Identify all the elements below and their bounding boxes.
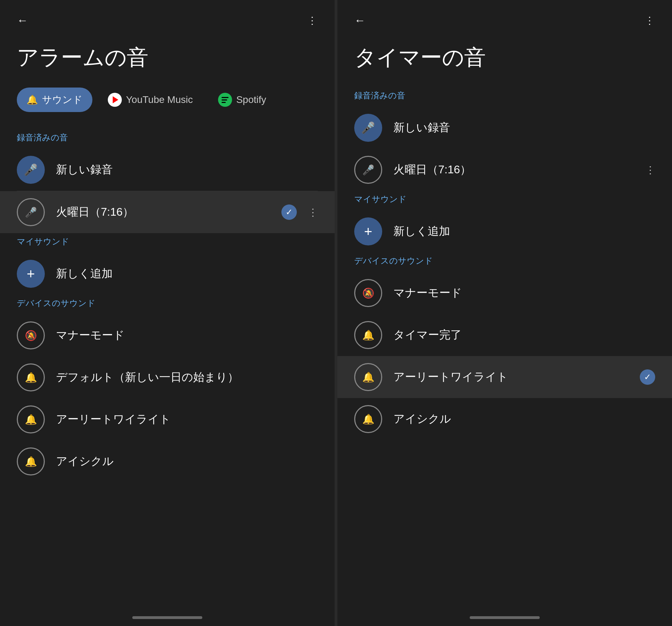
list-item-default-left[interactable]: 🔔 デフォルト（新しい一日の始まり） xyxy=(0,356,335,398)
left-section-recorded-label: 録音済みの音 xyxy=(0,129,335,149)
left-header: ← ⋮ xyxy=(0,0,335,34)
add-text-left: 新しく追加 xyxy=(56,266,318,281)
tab-spotify[interactable]: Spotify xyxy=(208,87,276,112)
list-item-icicle-left[interactable]: 🔔 アイシクル xyxy=(0,440,335,482)
early-text-right: アーリートワイライト xyxy=(393,369,629,385)
icicle-text-left: アイシクル xyxy=(56,454,318,469)
plus-icon-left: + xyxy=(17,260,45,288)
left-back-button[interactable]: ← xyxy=(17,14,28,27)
bell-icon: 🔔 xyxy=(27,95,38,105)
right-section-mysound-label: マイサウンド xyxy=(337,191,672,210)
list-item-add-left[interactable]: + 新しく追加 xyxy=(0,253,335,295)
youtube-logo-icon xyxy=(108,93,122,107)
mic-outline-icon-left-1: 🎤 xyxy=(17,198,45,226)
default-text-left: デフォルト（新しい一日の始まり） xyxy=(56,370,318,385)
new-recording-text-left: 新しい録音 xyxy=(56,162,318,178)
list-item-early-right[interactable]: 🔔 アーリートワイライト ✓ xyxy=(337,356,672,398)
list-item-new-recording-right[interactable]: 🎤 新しい録音 xyxy=(337,107,672,149)
early-text-left: アーリートワイライト xyxy=(56,412,318,427)
list-item-timer-done-right[interactable]: 🔔 タイマー完了 xyxy=(337,314,672,356)
silent-text-right: マナーモード xyxy=(393,285,655,301)
timer-done-text-right: タイマー完了 xyxy=(393,327,655,343)
left-panel: ← ⋮ アラームの音 🔔 サウンド YouTube Music Spotify xyxy=(0,0,337,626)
item-more-button-right[interactable]: ⋮ xyxy=(645,164,655,176)
add-text-right: 新しく追加 xyxy=(393,224,655,239)
tab-spotify-label: Spotify xyxy=(236,94,266,105)
plus-icon-right: + xyxy=(354,217,382,245)
check-icon-right: ✓ xyxy=(640,369,655,385)
silent-text-left: マナーモード xyxy=(56,328,318,343)
left-page-title: アラームの音 xyxy=(0,34,335,87)
tuesday-text-left: 火曜日（7:16） xyxy=(56,204,270,220)
bell-icon-left-2: 🔔 xyxy=(17,405,45,433)
spotify-logo-icon xyxy=(218,93,232,107)
left-tabs: 🔔 サウンド YouTube Music Spotify xyxy=(0,87,335,129)
tab-youtube[interactable]: YouTube Music xyxy=(98,87,203,112)
right-bottom-bar xyxy=(470,616,540,619)
list-item-tuesday-right[interactable]: 🎤 火曜日（7:16） ⋮ xyxy=(337,149,672,191)
bell-icon-right-2: 🔔 xyxy=(354,363,382,391)
list-item-icicle-right[interactable]: 🔔 アイシクル xyxy=(337,398,672,440)
right-back-button[interactable]: ← xyxy=(354,14,365,27)
mic-filled-icon-left-1: 🎤 xyxy=(17,156,45,184)
right-section-recorded-label: 録音済みの音 xyxy=(337,87,672,107)
right-panel: ← ⋮ タイマーの音 録音済みの音 🎤 新しい録音 🎤 火曜日（7:16） ⋮ … xyxy=(337,0,672,626)
mic-outline-icon-right-1: 🎤 xyxy=(354,156,382,184)
tab-sound-label: サウンド xyxy=(42,93,83,106)
left-section-device-label: デバイスのサウンド xyxy=(0,295,335,314)
list-item-add-right[interactable]: + 新しく追加 xyxy=(337,210,672,252)
left-more-button[interactable]: ⋮ xyxy=(307,15,318,26)
bell-off-icon-right: 🔕 xyxy=(354,279,382,307)
list-item-silent-left[interactable]: 🔕 マナーモード xyxy=(0,314,335,356)
left-section-mysound-label: マイサウンド xyxy=(0,233,335,253)
check-icon-left: ✓ xyxy=(281,204,297,220)
right-page-title: タイマーの音 xyxy=(337,34,672,87)
tab-youtube-label: YouTube Music xyxy=(126,94,193,105)
list-item-tuesday-left[interactable]: 🎤 火曜日（7:16） ✓ ⋮ xyxy=(0,191,335,233)
bell-icon-right-1: 🔔 xyxy=(354,321,382,349)
bell-icon-left-1: 🔔 xyxy=(17,363,45,391)
bell-icon-right-3: 🔔 xyxy=(354,405,382,433)
list-item-early-left[interactable]: 🔔 アーリートワイライト xyxy=(0,398,335,440)
bell-icon-left-3: 🔔 xyxy=(17,447,45,475)
left-bottom-bar xyxy=(132,616,202,619)
tab-sound[interactable]: 🔔 サウンド xyxy=(17,88,92,112)
right-more-button[interactable]: ⋮ xyxy=(645,15,655,26)
right-section-device-label: デバイスのサウンド xyxy=(337,252,672,272)
item-more-button-left[interactable]: ⋮ xyxy=(308,207,318,218)
new-recording-text-right: 新しい録音 xyxy=(393,120,655,135)
list-item-silent-right[interactable]: 🔕 マナーモード xyxy=(337,272,672,314)
right-header: ← ⋮ xyxy=(337,0,672,34)
list-item-new-recording-left[interactable]: 🎤 新しい録音 xyxy=(0,149,335,191)
tuesday-text-right: 火曜日（7:16） xyxy=(393,162,634,178)
bell-off-icon-left: 🔕 xyxy=(17,321,45,349)
icicle-text-right: アイシクル xyxy=(393,411,655,427)
mic-filled-icon-right-1: 🎤 xyxy=(354,114,382,142)
